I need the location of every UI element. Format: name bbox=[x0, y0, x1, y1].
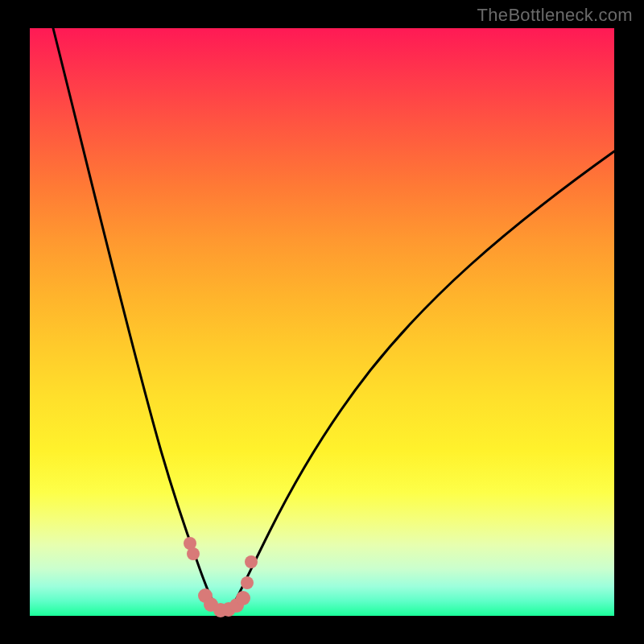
right-mask bbox=[614, 0, 644, 644]
bottom-mask bbox=[0, 616, 644, 644]
left-mask bbox=[0, 0, 30, 644]
plot-area bbox=[30, 28, 614, 616]
outer-frame: TheBottleneck.com TheBottleneck.com bbox=[0, 0, 644, 644]
watermark-text-top: TheBottleneck.com bbox=[477, 5, 633, 26]
